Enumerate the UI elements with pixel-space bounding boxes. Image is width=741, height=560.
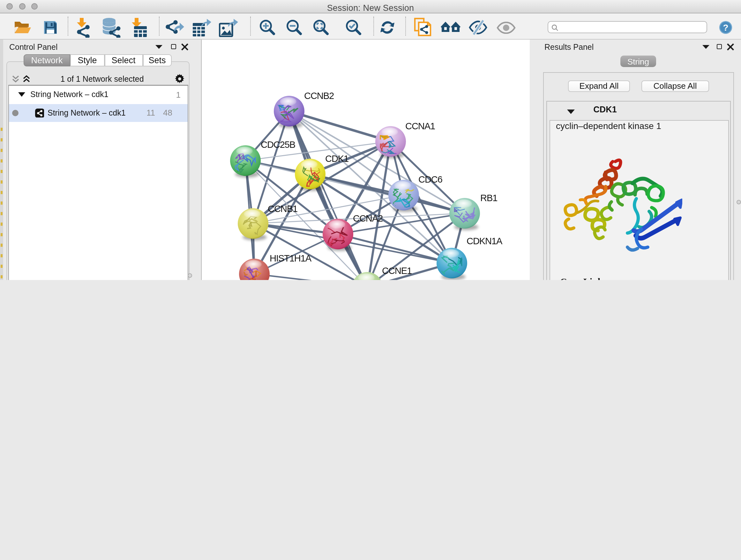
svg-text:CDC6: CDC6 [418,174,442,185]
svg-text:CDKN1A: CDKN1A [467,236,502,246]
svg-text:CCNB1: CCNB1 [268,204,297,214]
svg-text:CDC25B: CDC25B [261,139,295,150]
svg-text:CCNA2: CCNA2 [353,213,383,224]
svg-text:RB1: RB1 [480,193,497,203]
svg-text:?: ? [723,23,728,33]
svg-text:CCNE1: CCNE1 [382,266,412,276]
svg-text:CCNB2: CCNB2 [304,91,334,101]
svg-text:HIST1H1A: HIST1H1A [270,253,312,263]
svg-text:CCNA1: CCNA1 [405,121,435,131]
svg-text:CDK1: CDK1 [325,153,348,164]
